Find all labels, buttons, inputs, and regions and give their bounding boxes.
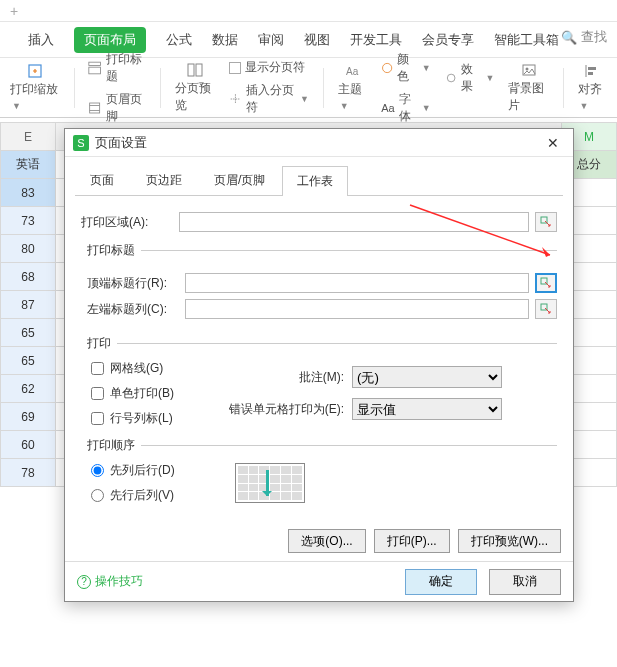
print-area-ref-button[interactable] (535, 212, 557, 232)
font-sample-icon: Aa (381, 102, 394, 114)
bg-image-btn[interactable]: 背景图片 (508, 62, 548, 114)
page-preview-btn[interactable]: 分页预览 (175, 62, 215, 114)
svg-point-9 (383, 63, 392, 72)
search-label[interactable]: 查找 (581, 28, 607, 46)
palette-icon (381, 60, 393, 76)
theme-btn[interactable]: Aa 主题▼ (338, 63, 367, 112)
tips-link[interactable]: ? 操作技巧 (77, 573, 143, 590)
range-select-icon (540, 277, 552, 289)
bw-checkbox[interactable]: 单色打印(B) (91, 385, 174, 402)
print-title-btn[interactable]: 打印标题 (88, 51, 145, 85)
tab-2[interactable]: 页眉/页脚 (199, 165, 280, 195)
order-group: 打印顺序 先列后行(D) 先行后列(V) (81, 437, 557, 504)
svg-rect-1 (89, 62, 101, 65)
menu-视图[interactable]: 视图 (304, 31, 330, 49)
svg-rect-7 (196, 64, 202, 76)
new-tab-row: + (0, 0, 617, 22)
align-label: 对齐 (578, 82, 602, 96)
cell[interactable]: 英语 (1, 151, 56, 179)
print-area-input[interactable] (179, 212, 529, 232)
order-over-label: 先行后列(V) (110, 487, 174, 504)
align-btn[interactable]: 对齐▼ (578, 63, 607, 112)
svg-point-12 (525, 67, 528, 70)
order-down-radio[interactable]: 先列后行(D) (91, 462, 175, 479)
gridlines-label: 网格线(G) (110, 360, 163, 377)
tips-label: 操作技巧 (95, 573, 143, 590)
effect-btn[interactable]: 效果▼ (445, 61, 495, 95)
new-tab-plus[interactable]: + (10, 3, 18, 19)
insert-break-btn[interactable]: 插入分页符▼ (229, 82, 309, 116)
insert-break-label: 插入分页符 (246, 82, 294, 116)
rowcol-checkbox[interactable]: 行号列标(L) (91, 410, 174, 427)
preview-button[interactable]: 打印预览(W)... (458, 529, 561, 553)
page-setup-dialog: S 页面设置 ✕ 页面页边距页眉/页脚工作表 打印区域(A): 打印标题 顶端标… (64, 128, 574, 602)
cell[interactable]: 65 (1, 347, 56, 375)
menu-会员专享[interactable]: 会员专享 (422, 31, 474, 49)
left-col-input[interactable] (185, 299, 529, 319)
ok-button[interactable]: 确定 (405, 569, 477, 595)
order-legend: 打印顺序 (81, 437, 141, 454)
menu-数据[interactable]: 数据 (212, 31, 238, 49)
range-select-icon (540, 216, 552, 228)
tab-0[interactable]: 页面 (75, 165, 129, 195)
cell[interactable]: 83 (1, 179, 56, 207)
menu-插入[interactable]: 插入 (28, 31, 54, 49)
close-button[interactable]: ✕ (541, 135, 565, 151)
show-break-btn[interactable]: 显示分页符 (229, 59, 309, 76)
options-button[interactable]: 选项(O)... (288, 529, 365, 553)
print-title-legend: 打印标题 (81, 242, 141, 259)
tab-3[interactable]: 工作表 (282, 166, 348, 196)
cell[interactable]: 73 (1, 207, 56, 235)
cell[interactable]: 78 (1, 459, 56, 487)
menu-开发工具[interactable]: 开发工具 (350, 31, 402, 49)
effect-icon (445, 70, 457, 86)
svg-rect-2 (89, 67, 101, 74)
cell[interactable]: 69 (1, 403, 56, 431)
menu-智能工具箱[interactable]: 智能工具箱 (494, 31, 559, 49)
gridlines-checkbox[interactable]: 网格线(G) (91, 360, 174, 377)
search-icon: 🔍 (561, 30, 577, 45)
tabstrip: 页面页边距页眉/页脚工作表 (75, 165, 563, 196)
menu-公式[interactable]: 公式 (166, 31, 192, 49)
font-label: 字体 (399, 91, 416, 125)
print-zoom-group[interactable]: 打印缩放▼ (10, 63, 60, 112)
cell[interactable]: 62 (1, 375, 56, 403)
bw-label: 单色打印(B) (110, 385, 174, 402)
page-preview-icon (187, 62, 203, 78)
app-logo-icon: S (73, 135, 89, 151)
top-row-input[interactable] (185, 273, 529, 293)
top-row-ref-button[interactable] (535, 273, 557, 293)
titlebar[interactable]: S 页面设置 ✕ (65, 129, 573, 157)
col-header[interactable]: E (1, 123, 56, 151)
print-button[interactable]: 打印(P)... (374, 529, 450, 553)
left-col-ref-button[interactable] (535, 299, 557, 319)
theme-icon: Aa (344, 63, 360, 79)
header-footer-icon (88, 100, 101, 116)
comments-select[interactable]: (无) (352, 366, 502, 388)
dialog-content: 打印区域(A): 打印标题 顶端标题行(R): 左端标题列(C): (65, 196, 573, 514)
separator (563, 68, 564, 108)
header-footer-btn[interactable]: 页眉页脚 (88, 91, 145, 125)
menu-审阅[interactable]: 审阅 (258, 31, 284, 49)
theme-label: 主题 (338, 82, 362, 96)
cell[interactable]: 87 (1, 291, 56, 319)
print-title-group: 打印标题 顶端标题行(R): 左端标题列(C): (81, 242, 557, 325)
errors-select[interactable]: 显示值 (352, 398, 502, 420)
dropdown-icon: ▼ (340, 101, 349, 111)
range-select-icon (540, 303, 552, 315)
order-over-radio[interactable]: 先行后列(V) (91, 487, 175, 504)
cancel-button[interactable]: 取消 (489, 569, 561, 595)
font-btn[interactable]: Aa 字体▼ (381, 91, 431, 125)
tab-1[interactable]: 页边距 (131, 165, 197, 195)
color-btn[interactable]: 颜色▼ (381, 51, 431, 85)
cell[interactable]: 65 (1, 319, 56, 347)
dropdown-icon: ▼ (422, 63, 431, 73)
print-group: 打印 网格线(G) 单色打印(B) 行号列标(L) 批注(M): (无) 错误单… (81, 335, 557, 427)
comments-label: 批注(M): (214, 369, 344, 386)
cell[interactable]: 60 (1, 431, 56, 459)
cell[interactable]: 68 (1, 263, 56, 291)
top-row-label: 顶端标题行(R): (87, 275, 179, 292)
cell[interactable]: 80 (1, 235, 56, 263)
menu-页面布局[interactable]: 页面布局 (74, 27, 146, 53)
print-legend: 打印 (81, 335, 117, 352)
